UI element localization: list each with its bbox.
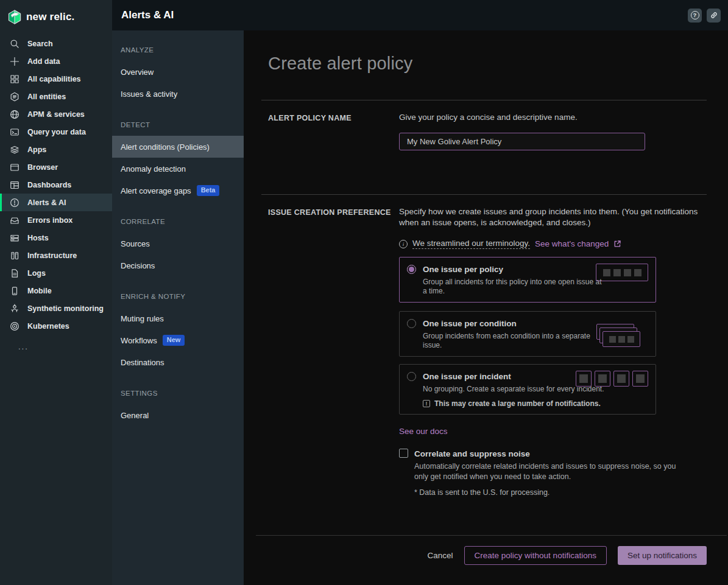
policy-name-label: ALERT POLICY NAME bbox=[268, 112, 399, 150]
subnav-item-decisions[interactable]: Decisions bbox=[112, 254, 244, 276]
top-header: Alerts & AI ? bbox=[112, 0, 728, 30]
terminal-icon bbox=[9, 127, 19, 137]
issue-preference-row: ISSUE CREATION PREFERENCE Specify how we… bbox=[268, 195, 707, 497]
footer-actions: Cancel Create policy without notificatio… bbox=[268, 546, 707, 565]
copy-link-button[interactable] bbox=[707, 9, 721, 23]
correlate-text: Correlate and suppress noise Automatical… bbox=[414, 448, 685, 497]
header-actions: ? bbox=[688, 9, 721, 23]
sidebar-item-search[interactable]: Search bbox=[0, 35, 112, 52]
sidebar-item-apps[interactable]: Apps bbox=[0, 141, 112, 158]
option-one-issue-per-incident[interactable]: One issue per incident No grouping. Crea… bbox=[399, 364, 656, 415]
alert-circle-icon bbox=[9, 197, 19, 208]
sidebar-item-dashboards[interactable]: Dashboards bbox=[0, 176, 112, 194]
subnav-item-alert-conditions[interactable]: Alert conditions (Policies) bbox=[112, 136, 244, 158]
sidebar-item-synthetic-monitoring[interactable]: Synthetic monitoring bbox=[0, 300, 112, 317]
layers-icon bbox=[9, 144, 19, 155]
cancel-button[interactable]: Cancel bbox=[428, 551, 453, 560]
phone-icon bbox=[9, 285, 19, 296]
page-title: Create alert policy bbox=[268, 52, 707, 74]
see-whats-changed-link[interactable]: See what's changed bbox=[535, 239, 609, 248]
globe-icon bbox=[9, 109, 19, 119]
option-text: One issue per condition Group incidents … bbox=[423, 318, 595, 350]
search-icon bbox=[9, 38, 19, 49]
terminology-note-line: i We streamlined our terminology. See wh… bbox=[399, 239, 707, 249]
policy-name-body: Give your policy a concise and descripti… bbox=[399, 112, 707, 150]
browser-window-icon bbox=[9, 162, 19, 172]
sidebar-more-button[interactable]: ... bbox=[0, 335, 112, 351]
content-area: ANALYZE Overview Issues & activity DETEC… bbox=[112, 30, 728, 585]
subnav-item-destinations[interactable]: Destinations bbox=[112, 351, 244, 373]
sidebar-item-mobile[interactable]: Mobile bbox=[0, 282, 112, 300]
subnav-item-general[interactable]: General bbox=[112, 404, 244, 426]
page-header-title: Alerts & AI bbox=[121, 9, 174, 21]
sidebar-item-browser[interactable]: Browser bbox=[0, 158, 112, 176]
help-icon: ? bbox=[691, 11, 699, 19]
policy-name-input[interactable] bbox=[399, 133, 645, 150]
correlate-description: Automatically correlate related incident… bbox=[414, 461, 685, 482]
sidebar-item-errors-inbox[interactable]: Errors inbox bbox=[0, 211, 112, 229]
option-warning: ! This may create a large number of noti… bbox=[423, 399, 648, 408]
subnav-section-analyze: ANALYZE bbox=[112, 39, 244, 61]
radio-selected-icon[interactable] bbox=[407, 265, 416, 274]
sidebar-item-infrastructure[interactable]: Infrastructure bbox=[0, 247, 112, 264]
sidebar-item-all-entities[interactable]: All entities bbox=[0, 88, 112, 105]
wheel-icon bbox=[9, 321, 19, 331]
link-icon bbox=[710, 11, 718, 19]
option-title: One issue per incident bbox=[423, 372, 511, 381]
primary-sidebar: new relic. Search Add data All capabilit… bbox=[0, 0, 112, 585]
subnav-section-correlate: CORRELATE bbox=[112, 211, 244, 233]
option-description: Group incidents from each condition into… bbox=[423, 332, 595, 350]
subnav-item-overview[interactable]: Overview bbox=[112, 61, 244, 83]
robot-icon bbox=[9, 303, 19, 314]
sidebar-item-query-your-data[interactable]: Query your data bbox=[0, 123, 112, 141]
terminology-note[interactable]: We streamlined our terminology. bbox=[412, 239, 530, 249]
sidebar-item-add-data[interactable]: Add data bbox=[0, 52, 112, 70]
plus-icon bbox=[9, 56, 19, 66]
sidebar-item-logs[interactable]: Logs bbox=[0, 264, 112, 282]
inbox-icon bbox=[9, 215, 19, 225]
sidebar-item-hosts[interactable]: Hosts bbox=[0, 229, 112, 247]
help-button[interactable]: ? bbox=[688, 9, 702, 23]
subnav-item-workflows[interactable]: Workflows New bbox=[112, 329, 244, 351]
hexagon-list-icon bbox=[9, 91, 19, 102]
correlate-label: Correlate and suppress noise bbox=[414, 449, 530, 458]
stacked-groups-pictogram-icon bbox=[595, 324, 641, 349]
sidebar-item-apm-services[interactable]: APM & services bbox=[0, 105, 112, 123]
subnav-item-anomaly-detection[interactable]: Anomaly detection bbox=[112, 158, 244, 180]
issue-preference-description: Specify how we create issues and group i… bbox=[399, 206, 701, 228]
one-group-pictogram-icon bbox=[596, 264, 648, 281]
separate-cells-pictogram-icon bbox=[576, 371, 648, 387]
footer-divider bbox=[256, 535, 727, 536]
option-one-issue-per-condition[interactable]: One issue per condition Group incidents … bbox=[399, 311, 656, 357]
secondary-sidebar: ANALYZE Overview Issues & activity DETEC… bbox=[112, 30, 244, 585]
subnav-section-enrich-notify: ENRICH & NOTIFY bbox=[112, 285, 244, 307]
create-policy-without-notifications-button[interactable]: Create policy without notifications bbox=[464, 546, 607, 565]
info-icon: i bbox=[399, 240, 408, 248]
sidebar-item-all-capabilities[interactable]: All capabilities bbox=[0, 70, 112, 88]
subnav-item-sources[interactable]: Sources bbox=[112, 233, 244, 254]
app-root: new relic. Search Add data All capabilit… bbox=[0, 0, 728, 585]
racks-icon bbox=[9, 250, 19, 261]
subnav-item-issues-activity[interactable]: Issues & activity bbox=[112, 83, 244, 105]
policy-name-row: ALERT POLICY NAME Give your policy a con… bbox=[268, 100, 707, 194]
radio-unselected-icon[interactable] bbox=[407, 319, 416, 328]
sidebar-item-kubernetes[interactable]: Kubernetes bbox=[0, 317, 112, 335]
option-one-issue-per-policy[interactable]: One issue per policy Group all incidents… bbox=[399, 257, 656, 303]
option-title: One issue per condition bbox=[423, 319, 517, 328]
correlate-row: Correlate and suppress noise Automatical… bbox=[399, 448, 707, 497]
subnav-item-alert-coverage-gaps[interactable]: Alert coverage gaps Beta bbox=[112, 180, 244, 201]
new-badge: New bbox=[163, 335, 185, 345]
brand-logo[interactable]: new relic. bbox=[0, 0, 112, 29]
subnav-item-muting-rules[interactable]: Muting rules bbox=[112, 307, 244, 329]
external-link-icon bbox=[613, 240, 621, 248]
correlate-checkbox[interactable] bbox=[399, 449, 408, 458]
option-description: Group all incidents for this policy into… bbox=[423, 278, 606, 296]
right-pane: Alerts & AI ? ANALYZE Overview Issues & … bbox=[112, 0, 728, 585]
brand-logo-text: new relic. bbox=[26, 11, 74, 23]
sidebar-item-alerts-ai[interactable]: Alerts & AI bbox=[0, 194, 112, 211]
subnav-section-settings: SETTINGS bbox=[112, 382, 244, 404]
set-up-notifications-button[interactable]: Set up notifications bbox=[618, 546, 707, 565]
subnav-section-detect: DETECT bbox=[112, 114, 244, 136]
see-our-docs-link[interactable]: See our docs bbox=[399, 427, 448, 436]
radio-unselected-icon[interactable] bbox=[407, 372, 416, 381]
